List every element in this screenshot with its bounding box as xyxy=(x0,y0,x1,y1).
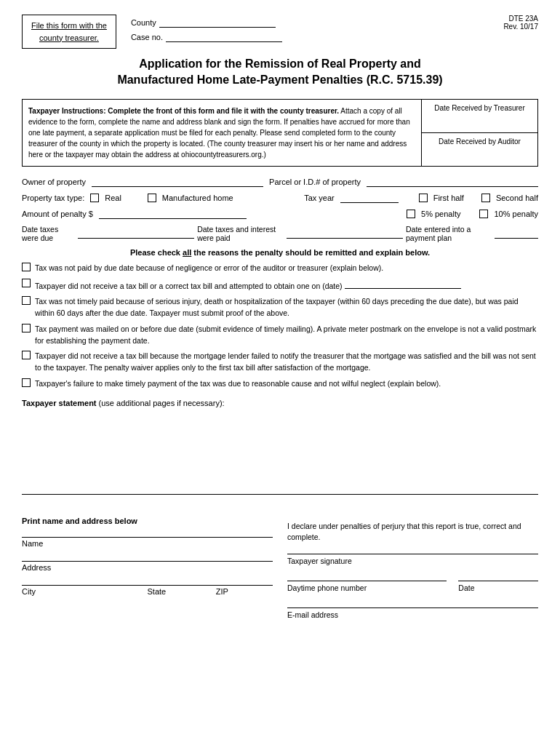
first-half-checkbox[interactable] xyxy=(419,194,428,202)
cb1-text: Tax was not paid by due date because of … xyxy=(35,263,383,274)
statement-area[interactable] xyxy=(22,444,538,495)
checkbox-item-4: Tax payment was mailed on or before due … xyxy=(22,324,538,347)
second-half-label: Second half xyxy=(496,194,538,202)
county-value[interactable] xyxy=(159,17,276,28)
taxpayer-sig-line: Taxpayer signature xyxy=(287,554,538,567)
declare-text: I declare under penalties of perjury tha… xyxy=(287,517,538,544)
cb3-checkbox[interactable] xyxy=(22,296,31,305)
cb3-text: Tax was not timely paid because of serio… xyxy=(35,296,538,319)
address-field-line: Address xyxy=(22,561,273,572)
cb5-checkbox[interactable] xyxy=(22,351,31,359)
date-boxes: Date Received by Treasurer Date Received… xyxy=(422,99,538,167)
penalty-10-checkbox[interactable] xyxy=(479,210,488,218)
title-line1: Application for the Remission of Real Pr… xyxy=(22,56,538,72)
date-treasurer-label: Date Received by Treasurer xyxy=(434,104,525,112)
name-field-line: Name xyxy=(22,537,273,548)
cb1-checkbox[interactable] xyxy=(22,263,31,271)
address-label: Address xyxy=(22,563,51,572)
phone-field-line: Daytime phone number xyxy=(287,581,447,594)
checkbox-item-5: Taxpayer did not receive a tax bill beca… xyxy=(22,351,538,374)
penalty-5-label: 5% penalty xyxy=(421,210,460,218)
case-value[interactable] xyxy=(166,32,282,42)
second-half-checkbox[interactable] xyxy=(481,194,490,202)
cb4-checkbox[interactable] xyxy=(22,324,31,332)
statement-label: Taxpayer statement xyxy=(22,399,97,407)
main-title: Application for the Remission of Real Pr… xyxy=(22,56,538,89)
print-left: Print name and address below Name Addres… xyxy=(22,517,273,621)
owner-value[interactable] xyxy=(92,177,263,187)
checkbox-item-6: Taxpayer's failure to make timely paymen… xyxy=(22,378,538,390)
parcel-label: Parcel or I.D.# of property xyxy=(269,178,361,186)
state-label: State xyxy=(148,587,204,596)
date-taxes-row: Date taxes were due Date taxes and inter… xyxy=(22,225,538,242)
date-received-auditor: Date Received by Auditor xyxy=(422,133,537,166)
cb4-text: Tax payment was mailed on or before due … xyxy=(35,324,538,347)
date-label: Date xyxy=(458,583,474,592)
amount-value[interactable] xyxy=(99,209,247,219)
phone-label: Daytime phone number xyxy=(287,583,367,592)
date-taxes-paid-value[interactable] xyxy=(287,228,403,239)
rev-date: Rev. 10/17 xyxy=(503,23,538,31)
cb2-checkbox[interactable] xyxy=(22,279,31,287)
zip-label: ZIP xyxy=(216,587,273,596)
print-section: Print name and address below Name Addres… xyxy=(22,517,538,621)
print-title: Print name and address below xyxy=(22,517,273,525)
date-taxes-due-value[interactable] xyxy=(78,228,194,239)
cb6-checkbox[interactable] xyxy=(22,378,31,387)
tax-year-label: Tax year xyxy=(304,194,335,202)
manufactured-label: Manufactured home xyxy=(162,194,233,202)
property-tax-type-label: Property tax type: xyxy=(22,194,84,202)
manufactured-checkbox[interactable] xyxy=(148,194,156,202)
penalty-10-label: 10% penalty xyxy=(494,210,538,218)
file-text-line2: county treasurer. xyxy=(39,33,99,42)
parcel-value[interactable] xyxy=(367,177,538,187)
cb2-text: Taxpayer did not receive a tax bill or a… xyxy=(35,279,461,292)
checkbox-item-3: Tax was not timely paid because of serio… xyxy=(22,296,538,319)
instructions-box: Taxpayer Instructions: Complete the fron… xyxy=(22,99,422,167)
checkbox-list: Tax was not paid by due date because of … xyxy=(22,263,538,390)
email-field-line: E-mail address xyxy=(287,607,538,621)
city-label: City xyxy=(22,587,136,596)
file-text-line1: File this form with the xyxy=(31,21,107,30)
owner-parcel-row: Owner of property Parcel or I.D.# of pro… xyxy=(22,177,538,187)
title-line2: Manufactured Home Late-Payment Penalties… xyxy=(22,72,538,88)
county-field-row: County xyxy=(131,17,503,28)
cb2-date-value[interactable] xyxy=(345,279,461,289)
dte-info: DTE 23A Rev. 10/17 xyxy=(503,15,538,31)
please-check: Please check all the reasons the penalty… xyxy=(22,248,538,257)
date-taxes-due-label: Date taxes were due xyxy=(22,225,75,242)
taxpayer-sig-label: Taxpayer signature xyxy=(287,557,352,565)
email-label: E-mail address xyxy=(287,610,338,619)
print-right: I declare under penalties of perjury tha… xyxy=(287,517,538,621)
real-label: Real xyxy=(105,194,121,202)
first-half-label: First half xyxy=(433,194,464,202)
date-taxes-paid-label: Date taxes and interest were paid xyxy=(197,225,284,242)
county-case-section: County Case no. xyxy=(131,15,503,42)
city-state-zip-row: City State ZIP xyxy=(22,585,273,596)
phone-date-row: Daytime phone number Date xyxy=(287,581,538,594)
dte-number: DTE 23A xyxy=(503,15,538,23)
checkbox-item-1: Tax was not paid by due date because of … xyxy=(22,263,538,274)
amount-penalty-row: Amount of penalty $ 5% penalty 10% penal… xyxy=(22,209,538,219)
checkbox-item-2: Taxpayer did not receive a tax bill or a… xyxy=(22,279,538,292)
case-label: Case no. xyxy=(131,33,163,41)
statement-subtext: (use additional pages if necessary): xyxy=(99,399,225,407)
form-fields: Owner of property Parcel or I.D.# of pro… xyxy=(22,177,538,495)
date-entered-value[interactable] xyxy=(495,228,538,239)
instructions-bold: Taxpayer Instructions: Complete the fron… xyxy=(28,107,339,115)
content-area: Taxpayer Instructions: Complete the fron… xyxy=(22,99,538,167)
date-auditor-label: Date Received by Auditor xyxy=(439,138,521,146)
date-received-treasurer: Date Received by Treasurer xyxy=(422,100,537,133)
property-tax-row: Property tax type: Real Manufactured hom… xyxy=(22,193,538,203)
cb5-text: Taxpayer did not receive a tax bill beca… xyxy=(35,351,538,374)
county-label: County xyxy=(131,18,156,27)
taxpayer-statement-section: Taxpayer statement (use additional pages… xyxy=(22,399,538,495)
name-label: Name xyxy=(22,539,43,548)
sig-block: Taxpayer signature Daytime phone number … xyxy=(287,554,538,621)
tax-year-value[interactable] xyxy=(340,193,399,203)
real-checkbox[interactable] xyxy=(90,194,99,202)
amount-label: Amount of penalty $ xyxy=(22,210,93,218)
penalty-5-checkbox[interactable] xyxy=(407,210,415,218)
date-entered-label: Date entered into a payment plan xyxy=(406,225,492,242)
owner-label: Owner of property xyxy=(22,178,86,186)
